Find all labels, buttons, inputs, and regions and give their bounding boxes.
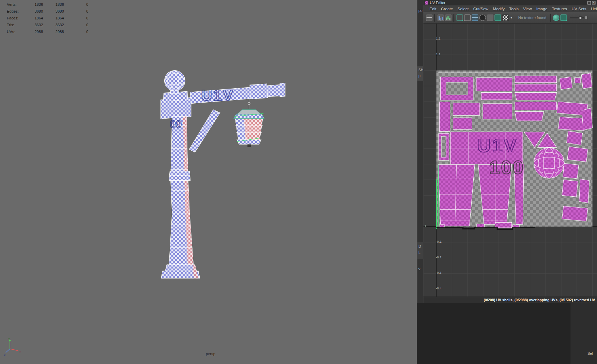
window-title: UV Editor bbox=[430, 1, 445, 5]
uv-canvas-area[interactable]: U1V 100 1.2 1.1 -0.1 -0.2 -0.3 -0.4 1 bbox=[423, 24, 597, 297]
slider-track bbox=[570, 17, 584, 18]
pixel-snap-icon[interactable] bbox=[479, 14, 486, 21]
sliver-text: SH bbox=[418, 68, 424, 72]
grid-label-n0-3: -0.3 bbox=[436, 271, 446, 274]
texture-label-100: 100 bbox=[489, 156, 524, 178]
camera-label: persp bbox=[189, 352, 231, 356]
grid-label-n0-1: -0.1 bbox=[436, 240, 446, 243]
shell-border-icon[interactable] bbox=[456, 14, 463, 21]
lower-panel-label: Sel bbox=[587, 351, 593, 355]
texture-border-icon[interactable] bbox=[464, 14, 470, 21]
toolbar-separator bbox=[550, 14, 551, 21]
distortion-display-alt-icon[interactable] bbox=[445, 14, 451, 21]
bottom-shell-edge bbox=[436, 228, 535, 229]
image-display-icon[interactable] bbox=[494, 14, 501, 21]
toolbar-separator bbox=[454, 14, 454, 21]
slider-handle[interactable] bbox=[579, 16, 582, 19]
shaded-uvs-icon[interactable] bbox=[487, 14, 493, 21]
maya-workspace: Verts: 1836 1836 0 Edges: 3680 3680 0 Fa… bbox=[0, 0, 597, 364]
beam-texture-text: U1V bbox=[201, 87, 234, 104]
post-texture-text: 00 bbox=[170, 118, 182, 130]
axis-gizmo: y x z bbox=[4, 336, 25, 358]
uv-canvas[interactable]: U1V 100 bbox=[423, 24, 597, 297]
restore-window-icon[interactable] bbox=[587, 1, 591, 4]
image-ratio-icon[interactable] bbox=[553, 14, 560, 21]
uv-editor-toolbar: ▾ No texture found bbox=[423, 12, 597, 24]
lamp-post-model[interactable]: U1V 00 bbox=[0, 0, 417, 364]
dropdown-caret-icon[interactable]: ▾ bbox=[509, 14, 513, 21]
grid-label-1-1: 1.1 bbox=[436, 52, 446, 56]
menu-create[interactable]: Create bbox=[439, 6, 455, 11]
texture-label-u1v: U1V bbox=[477, 135, 518, 156]
tile-layout-icon[interactable] bbox=[426, 14, 432, 21]
sliver-text: po bbox=[418, 9, 423, 13]
menu-cut-sew[interactable]: Cut/Sew bbox=[471, 6, 491, 11]
axis-label-z: z bbox=[4, 353, 5, 357]
lower-right-panel: Sel bbox=[570, 303, 597, 364]
menu-uv-sets[interactable]: UV Sets bbox=[569, 6, 588, 11]
grid-origin-label: 1 bbox=[425, 224, 426, 227]
axis-label-y: y bbox=[9, 337, 10, 340]
viewport-persp[interactable]: Verts: 1836 1836 0 Edges: 3680 3680 0 Fa… bbox=[0, 0, 417, 364]
menu-modify[interactable]: Modify bbox=[491, 6, 507, 11]
toolbar-separator bbox=[434, 14, 435, 21]
menu-edit[interactable]: Edit bbox=[427, 6, 439, 11]
sliver-text: D bbox=[418, 244, 421, 248]
sliver-text: p bbox=[418, 74, 420, 78]
uv-editor-icon bbox=[425, 1, 428, 4]
sphere-uv-shell[interactable] bbox=[534, 148, 564, 178]
axis-label-x: x bbox=[19, 350, 21, 353]
menu-help[interactable]: Help bbox=[588, 6, 597, 11]
grid-label-1-2: 1.2 bbox=[436, 37, 446, 40]
menu-view[interactable]: View bbox=[521, 6, 534, 11]
menu-tools[interactable]: Tools bbox=[507, 6, 521, 11]
uv-texture-icon[interactable] bbox=[561, 14, 567, 21]
uv-editor-menubar: Edit Create Select Cut/Sew Modify Tools … bbox=[423, 5, 597, 12]
sliver-text: L bbox=[418, 251, 420, 255]
grid-label-n0-4: -0.4 bbox=[436, 287, 446, 290]
uv-statistics-bar: (0/208) UV shells, (0/2988) overlapping … bbox=[423, 297, 597, 303]
uv-editor-window: UV Editor ✕ Edit Create Select Cut/Sew M… bbox=[423, 0, 597, 303]
menu-select[interactable]: Select bbox=[455, 6, 471, 11]
pixel-grid-icon[interactable] bbox=[472, 14, 478, 21]
uv-editor-titlebar[interactable]: UV Editor ✕ bbox=[423, 0, 597, 5]
texture-status-label: No texture found bbox=[518, 16, 547, 20]
menu-textures[interactable]: Textures bbox=[550, 6, 569, 11]
menu-image[interactable]: Image bbox=[534, 6, 550, 11]
window-buttons: ✕ bbox=[587, 1, 595, 4]
close-window-icon[interactable]: ✕ bbox=[592, 1, 595, 4]
distortion-display-icon[interactable] bbox=[437, 14, 444, 21]
grid-label-n0-2: -0.2 bbox=[436, 256, 446, 259]
exposure-slider[interactable] bbox=[570, 15, 587, 21]
lower-panel-area: Sel bbox=[417, 303, 597, 364]
checker-tiles-icon[interactable] bbox=[502, 14, 508, 21]
slider-endbox bbox=[585, 16, 587, 19]
sliver-text: v bbox=[418, 267, 420, 271]
